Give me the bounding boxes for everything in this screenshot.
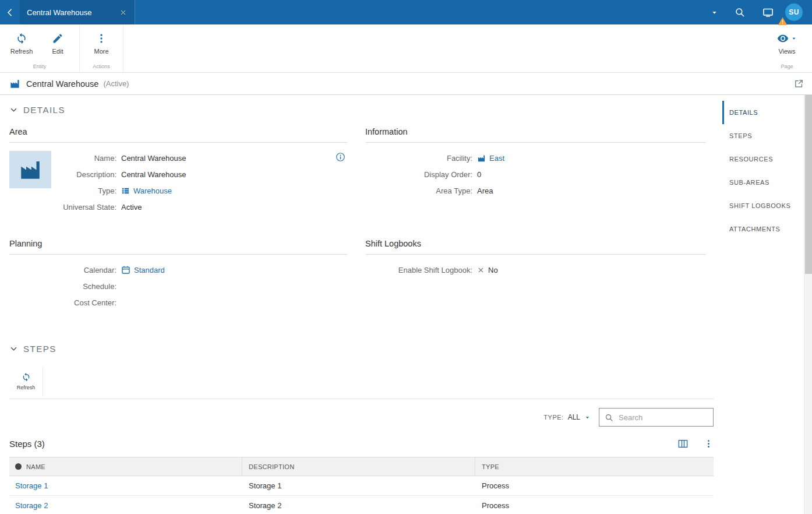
area-panel-title: Area <box>9 127 348 143</box>
field-type: Type: Warehouse <box>9 182 348 199</box>
facility-link[interactable]: East <box>477 154 504 163</box>
open-window-icon <box>794 79 804 89</box>
field-area-type: Area Type: Area <box>365 182 706 199</box>
calendar-value: Standard <box>134 266 165 274</box>
field-calendar: Calendar: Standard <box>9 262 348 278</box>
kebab-icon <box>96 33 107 44</box>
columns-icon <box>677 438 689 449</box>
actions-group-label: Actions <box>80 64 123 72</box>
more-button[interactable]: More <box>83 24 119 64</box>
header-type[interactable]: TYPE <box>475 457 714 476</box>
planning-panel: Planning Calendar: Standard Schedule: Co… <box>9 239 348 311</box>
sidebar-item-sub-areas[interactable]: SUB-AREAS <box>722 171 804 194</box>
entity-state: (Active) <box>103 79 129 88</box>
schedule-label: Schedule: <box>9 282 116 291</box>
topbar-actions: SU <box>702 0 812 24</box>
step-description: Storage 2 <box>249 501 281 510</box>
table-header: NAME DESCRIPTION TYPE <box>9 457 714 476</box>
step-description: Storage 1 <box>249 481 281 490</box>
steps-table-title: Steps (3) <box>9 439 45 449</box>
facility-label: Facility: <box>365 154 472 163</box>
sidebar-item-details[interactable]: DETAILS <box>722 101 804 124</box>
area-type-label: Area Type: <box>365 186 472 195</box>
scrollbar[interactable] <box>804 95 812 514</box>
facility-value: East <box>489 154 504 163</box>
back-button[interactable] <box>0 0 20 24</box>
views-button[interactable]: Views <box>765 24 809 64</box>
entity-title: Central Warehouse <box>26 79 98 89</box>
step-type: Process <box>482 481 509 490</box>
sidebar-item-steps[interactable]: STEPS <box>722 124 804 147</box>
description-value: Central Warehouse <box>121 170 186 179</box>
cost-center-label: Cost Center: <box>9 298 116 307</box>
back-chevron-icon <box>5 8 15 17</box>
area-thumbnail <box>9 151 51 188</box>
enable-shift-logbook-value: No <box>477 266 498 274</box>
warning-icon <box>778 16 788 26</box>
steps-refresh-button[interactable]: Refresh <box>9 366 43 396</box>
info-icon[interactable] <box>336 152 345 162</box>
eye-icon <box>777 33 789 44</box>
sidebar-item-shift-logbooks[interactable]: SHIFT LOGBOOKS <box>722 194 804 217</box>
column-chooser-button[interactable] <box>677 438 689 449</box>
steps-refresh-label: Refresh <box>17 385 36 390</box>
chevron-down-icon <box>9 105 18 114</box>
calendar-link[interactable]: Standard <box>121 265 165 274</box>
status-dot-icon <box>15 463 22 470</box>
enable-shift-logbook-label: Enable Shift Logbook: <box>365 266 472 274</box>
toolbar-group-entity: Refresh Edit Entity <box>0 24 80 72</box>
field-facility: Facility: East <box>365 150 706 166</box>
monitor-icon <box>762 7 774 18</box>
search-icon <box>735 7 745 17</box>
anchor-nav: DETAILS STEPS RESOURCES SUB-AREAS SHIFT … <box>722 101 804 241</box>
edit-button[interactable]: Edit <box>40 24 76 64</box>
steps-section-toggle[interactable]: STEPS <box>9 344 57 354</box>
step-link[interactable]: Storage 1 <box>15 481 48 490</box>
main-content: DETAILS Area Name: Central Warehouse Des… <box>0 95 804 514</box>
field-description: Description: Central Warehouse <box>9 166 348 182</box>
refresh-icon <box>22 372 31 382</box>
topbar-search-button[interactable] <box>726 0 754 24</box>
tab-close-icon[interactable] <box>118 7 129 18</box>
toolbar-group-page: Views Page <box>762 24 812 72</box>
topbar-dropdown-button[interactable] <box>702 0 726 24</box>
sidebar-item-attachments[interactable]: ATTACHMENTS <box>722 217 804 241</box>
header-name[interactable]: NAME <box>9 457 242 476</box>
table-row: Storage 2 Storage 2 Process <box>9 496 714 514</box>
type-filter[interactable]: TYPE: ALL <box>543 413 591 421</box>
details-section-toggle[interactable]: DETAILS <box>9 105 65 115</box>
open-window-button[interactable] <box>794 79 804 89</box>
type-link[interactable]: Warehouse <box>121 186 172 195</box>
tab-central-warehouse[interactable]: Central Warehouse <box>20 0 135 24</box>
field-schedule: Schedule: <box>9 278 348 294</box>
main-toolbar: Refresh Edit Entity More Actions Vie <box>0 24 812 73</box>
steps-search-box <box>599 408 714 427</box>
field-display-order: Display Order: 0 <box>365 166 706 182</box>
type-filter-value: ALL <box>568 413 580 421</box>
steps-divider <box>9 399 714 399</box>
refresh-button[interactable]: Refresh <box>3 24 40 64</box>
scrollbar-thumb[interactable] <box>805 95 812 274</box>
table-more-button[interactable] <box>704 439 714 449</box>
views-caret-icon <box>791 36 797 41</box>
chevron-down-icon <box>9 344 18 353</box>
display-order-label: Display Order: <box>365 170 472 179</box>
header-description[interactable]: DESCRIPTION <box>242 457 475 476</box>
x-icon <box>477 266 485 274</box>
steps-table: NAME DESCRIPTION TYPE Storage 1 Storage … <box>9 457 714 514</box>
step-type: Process <box>482 501 509 510</box>
refresh-label: Refresh <box>10 48 33 55</box>
step-link[interactable]: Storage 2 <box>15 501 48 510</box>
sidebar-item-resources[interactable]: RESOURCES <box>722 147 804 171</box>
shift-logbooks-panel-title: Shift Logbooks <box>365 239 706 255</box>
top-bar: Central Warehouse SU <box>0 0 812 24</box>
entity-type-icon <box>121 186 130 195</box>
information-panel-title: Information <box>365 127 706 143</box>
avatar[interactable]: SU <box>785 3 803 21</box>
search-input[interactable] <box>617 413 708 423</box>
user-menu[interactable]: SU <box>782 0 806 24</box>
kebab-icon <box>704 439 714 449</box>
views-label: Views <box>778 48 795 55</box>
refresh-icon <box>16 33 27 44</box>
universal-state-value: Active <box>121 203 142 212</box>
